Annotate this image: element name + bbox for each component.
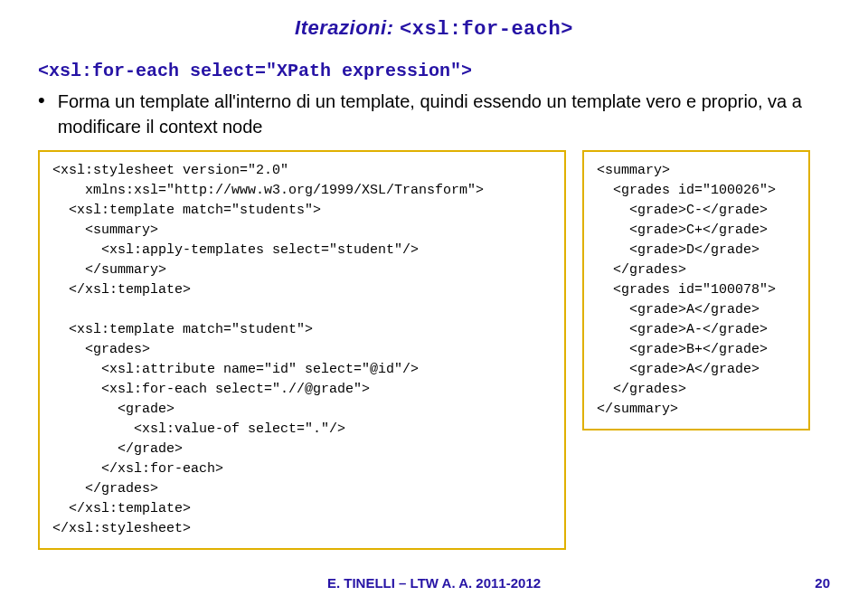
footer-text: E. TINELLI – LTW A. A. 2011-2012 <box>327 575 541 591</box>
bullet-row: • Forma un template all'interno di un te… <box>38 89 830 139</box>
title-tag: <xsl:for-each> <box>400 18 573 41</box>
output-xml-box: <summary> <grades id="100026"> <grade>C-… <box>582 150 810 430</box>
output-xml-code: <summary> <grades id="100026"> <grade>C-… <box>597 161 796 420</box>
footer-page-number: 20 <box>815 575 830 591</box>
slide-title: Iterazioni: <xsl:for-each> <box>38 16 830 41</box>
bullet-text: Forma un template all'interno di un temp… <box>58 89 830 139</box>
code-columns: <xsl:stylesheet version="2.0" xmlns:xsl=… <box>38 150 830 550</box>
title-prefix: Iterazioni: <box>295 16 400 39</box>
section-heading: <xsl:for-each select="XPath expression"> <box>38 61 830 81</box>
xslt-source-box: <xsl:stylesheet version="2.0" xmlns:xsl=… <box>38 150 566 550</box>
slide-footer: E. TINELLI – LTW A. A. 2011-2012 20 <box>0 575 868 591</box>
slide-page: Iterazioni: <xsl:for-each> <xsl:for-each… <box>0 0 868 596</box>
bullet-marker: • <box>38 89 45 112</box>
xslt-source-code: <xsl:stylesheet version="2.0" xmlns:xsl=… <box>52 161 552 539</box>
